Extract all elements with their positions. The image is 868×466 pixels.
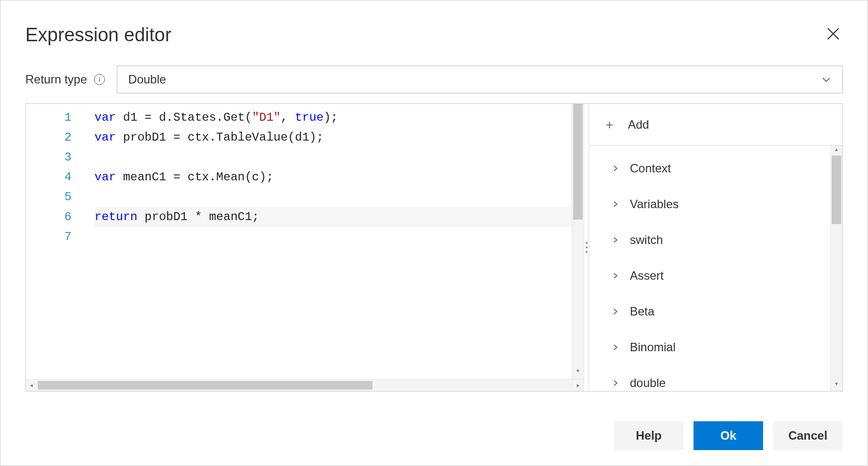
close-button[interactable] (824, 24, 843, 43)
code-line[interactable]: var probD1 = ctx.TableValue(d1); (94, 128, 572, 148)
tree-area: ContextVariablesswitchAssertBetaBinomial… (589, 146, 842, 391)
close-icon (826, 26, 841, 41)
line-number: 5 (26, 187, 72, 207)
code-vertical-scrollbar[interactable]: ▲ ▼ (572, 104, 584, 379)
chevron-right-icon (612, 201, 619, 208)
scroll-right-icon: ► (574, 380, 583, 391)
tree-item-label: double (630, 376, 666, 390)
add-label: Add (628, 118, 649, 132)
add-button[interactable]: ＋ Add (589, 104, 842, 146)
dialog-title: Expression editor (25, 24, 172, 46)
code-line[interactable] (94, 227, 572, 247)
dialog-footer: Help Ok Cancel (25, 421, 843, 450)
cancel-button[interactable]: Cancel (773, 421, 843, 450)
tree-item-label: switch (630, 233, 663, 247)
code-line[interactable]: var meanC1 = ctx.Mean(c); (94, 167, 572, 187)
tree-item-beta[interactable]: Beta (589, 294, 830, 329)
tree-item-label: Variables (630, 197, 679, 211)
dialog-header: Expression editor (25, 24, 843, 46)
scroll-down-icon: ▼ (831, 381, 842, 390)
return-type-row: Return type i Double (25, 66, 843, 93)
code-editor[interactable]: var d1 = d.States.Get("D1", true);var pr… (81, 104, 572, 379)
line-number: 4 (26, 167, 72, 187)
chevron-right-icon (612, 344, 619, 351)
tree-item-label: Binomial (630, 340, 676, 354)
chevron-right-icon (612, 380, 619, 387)
line-number-gutter: 1234567 (26, 104, 81, 379)
line-number: 2 (26, 128, 72, 148)
scrollbar-thumb[interactable] (38, 381, 372, 389)
editor-area: 1234567 var d1 = d.States.Get("D1", true… (25, 103, 843, 391)
plus-icon: ＋ (603, 116, 616, 133)
expression-editor-dialog: Expression editor Return type i Double 1… (0, 0, 868, 466)
tree-item-label: Assert (630, 269, 664, 283)
return-type-label: Return type (25, 73, 87, 86)
code-line[interactable]: var d1 = d.States.Get("D1", true); (94, 108, 572, 128)
code-pane: 1234567 var d1 = d.States.Get("D1", true… (26, 104, 584, 391)
chevron-down-icon (821, 75, 831, 84)
splitter-grip-icon (586, 242, 588, 253)
line-number: 1 (26, 108, 72, 128)
line-number: 3 (26, 148, 72, 167)
code-scroll: 1234567 var d1 = d.States.Get("D1", true… (26, 104, 584, 379)
tree-item-context[interactable]: Context (589, 151, 830, 186)
line-number: 6 (26, 207, 72, 227)
info-icon[interactable]: i (94, 74, 105, 85)
tree-vertical-scrollbar[interactable]: ▲ ▼ (830, 146, 842, 391)
tree-item-label: Beta (630, 305, 654, 318)
help-button[interactable]: Help (614, 421, 684, 450)
pane-splitter[interactable] (584, 104, 589, 391)
ok-button[interactable]: Ok (694, 421, 763, 450)
line-number: 7 (26, 227, 72, 247)
tree-item-variables[interactable]: Variables (589, 186, 830, 222)
scroll-up-icon: ▲ (831, 147, 842, 155)
scrollbar-thumb[interactable] (573, 104, 583, 220)
return-type-select[interactable]: Double (117, 66, 843, 93)
code-horizontal-scrollbar[interactable]: ◄ ► (26, 379, 584, 391)
tree-item-double[interactable]: double (589, 365, 830, 391)
code-line[interactable] (94, 148, 572, 167)
tree-item-assert[interactable]: Assert (589, 258, 830, 294)
side-panel: ＋ Add ContextVariablesswitchAssertBetaBi… (589, 104, 842, 391)
chevron-right-icon (612, 236, 619, 243)
tree-item-label: Context (630, 161, 671, 175)
chevron-right-icon (612, 272, 619, 279)
tree-item-binomial[interactable]: Binomial (589, 329, 830, 365)
return-type-value: Double (128, 73, 166, 86)
code-line[interactable] (94, 187, 572, 207)
chevron-right-icon (612, 165, 619, 172)
scroll-left-icon: ◄ (27, 380, 36, 391)
code-line[interactable]: return probD1 * meanC1; (94, 207, 572, 227)
tree-item-switch[interactable]: switch (589, 222, 830, 258)
scrollbar-thumb[interactable] (832, 155, 841, 224)
tree-list: ContextVariablesswitchAssertBetaBinomial… (589, 146, 830, 391)
chevron-right-icon (612, 308, 619, 315)
scroll-down-icon: ▼ (572, 368, 584, 377)
